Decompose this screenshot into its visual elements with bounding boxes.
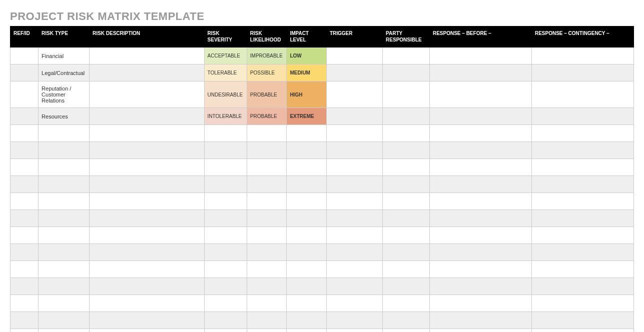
cell-impact-level[interactable] (287, 227, 327, 244)
cell-party-responsible[interactable] (383, 64, 430, 82)
cell-response-contingency[interactable] (531, 193, 633, 210)
cell-risk-likelihood[interactable] (247, 278, 287, 295)
cell-risk-likelihood[interactable]: PROBABLE (247, 108, 287, 125)
cell-refid[interactable] (11, 329, 39, 332)
cell-trigger[interactable] (326, 64, 382, 82)
cell-risk-description[interactable] (90, 176, 204, 193)
cell-impact-level[interactable] (287, 176, 327, 193)
cell-risk-severity[interactable] (204, 261, 247, 278)
cell-risk-description[interactable] (90, 193, 204, 210)
cell-party-responsible[interactable] (383, 193, 430, 210)
cell-impact-level[interactable] (287, 329, 327, 332)
cell-impact-level[interactable] (287, 295, 327, 312)
cell-risk-likelihood[interactable] (247, 193, 287, 210)
cell-risk-severity[interactable]: INTOLERABLE (204, 108, 247, 125)
cell-risk-description[interactable] (90, 82, 204, 108)
cell-risk-likelihood[interactable] (247, 244, 287, 261)
cell-risk-severity[interactable] (204, 295, 247, 312)
cell-risk-severity[interactable] (204, 244, 247, 261)
cell-trigger[interactable] (326, 261, 382, 278)
cell-party-responsible[interactable] (383, 329, 430, 332)
cell-risk-type[interactable] (39, 278, 90, 295)
cell-response-contingency[interactable] (531, 176, 633, 193)
cell-impact-level[interactable] (287, 125, 327, 142)
cell-refid[interactable] (11, 227, 39, 244)
cell-response-contingency[interactable] (531, 82, 633, 108)
cell-party-responsible[interactable] (383, 227, 430, 244)
cell-risk-description[interactable] (90, 159, 204, 176)
cell-risk-description[interactable] (90, 48, 204, 64)
cell-party-responsible[interactable] (383, 261, 430, 278)
cell-risk-likelihood[interactable]: PROBABLE (247, 82, 287, 108)
cell-risk-description[interactable] (90, 295, 204, 312)
cell-response-before[interactable] (429, 142, 531, 159)
cell-response-before[interactable] (429, 278, 531, 295)
cell-risk-likelihood[interactable] (247, 142, 287, 159)
cell-risk-description[interactable] (90, 108, 204, 125)
cell-risk-severity[interactable] (204, 329, 247, 332)
cell-refid[interactable] (11, 108, 39, 125)
cell-risk-likelihood[interactable] (247, 125, 287, 142)
cell-risk-type[interactable] (39, 125, 90, 142)
cell-party-responsible[interactable] (383, 48, 430, 64)
cell-refid[interactable] (11, 312, 39, 329)
cell-risk-type[interactable]: Legal/Contractual (39, 64, 90, 82)
cell-risk-likelihood[interactable]: POSSIBLE (247, 64, 287, 82)
cell-impact-level[interactable] (287, 278, 327, 295)
cell-response-contingency[interactable] (531, 295, 633, 312)
cell-refid[interactable] (11, 278, 39, 295)
cell-risk-type[interactable] (39, 295, 90, 312)
cell-risk-severity[interactable] (204, 227, 247, 244)
cell-impact-level[interactable] (287, 142, 327, 159)
cell-response-before[interactable] (429, 312, 531, 329)
cell-risk-description[interactable] (90, 278, 204, 295)
cell-refid[interactable] (11, 159, 39, 176)
cell-risk-type[interactable] (39, 193, 90, 210)
cell-risk-likelihood[interactable] (247, 159, 287, 176)
cell-risk-type[interactable] (39, 244, 90, 261)
cell-risk-likelihood[interactable] (247, 227, 287, 244)
cell-trigger[interactable] (326, 312, 382, 329)
cell-risk-description[interactable] (90, 210, 204, 227)
cell-risk-severity[interactable] (204, 142, 247, 159)
cell-refid[interactable] (11, 295, 39, 312)
cell-risk-type[interactable] (39, 159, 90, 176)
cell-response-before[interactable] (429, 82, 531, 108)
cell-impact-level[interactable] (287, 261, 327, 278)
cell-response-before[interactable] (429, 193, 531, 210)
cell-risk-type[interactable] (39, 312, 90, 329)
cell-risk-likelihood[interactable] (247, 261, 287, 278)
cell-risk-severity[interactable] (204, 159, 247, 176)
cell-response-contingency[interactable] (531, 159, 633, 176)
cell-risk-likelihood[interactable] (247, 312, 287, 329)
cell-impact-level[interactable]: MEDIUM (287, 64, 327, 82)
cell-risk-type[interactable] (39, 142, 90, 159)
cell-trigger[interactable] (326, 295, 382, 312)
cell-response-contingency[interactable] (531, 244, 633, 261)
cell-response-before[interactable] (429, 227, 531, 244)
cell-refid[interactable] (11, 64, 39, 82)
cell-response-contingency[interactable] (531, 125, 633, 142)
cell-risk-type[interactable] (39, 329, 90, 332)
cell-refid[interactable] (11, 82, 39, 108)
cell-risk-description[interactable] (90, 261, 204, 278)
cell-risk-severity[interactable] (204, 312, 247, 329)
cell-response-before[interactable] (429, 244, 531, 261)
cell-impact-level[interactable] (287, 210, 327, 227)
cell-response-before[interactable] (429, 295, 531, 312)
cell-trigger[interactable] (326, 48, 382, 64)
cell-risk-severity[interactable]: ACCEPTABLE (204, 48, 247, 64)
cell-impact-level[interactable] (287, 159, 327, 176)
cell-impact-level[interactable] (287, 312, 327, 329)
cell-response-contingency[interactable] (531, 278, 633, 295)
cell-risk-likelihood[interactable] (247, 176, 287, 193)
cell-party-responsible[interactable] (383, 210, 430, 227)
cell-risk-type[interactable] (39, 261, 90, 278)
cell-trigger[interactable] (326, 278, 382, 295)
cell-trigger[interactable] (326, 210, 382, 227)
cell-risk-description[interactable] (90, 312, 204, 329)
cell-response-before[interactable] (429, 329, 531, 332)
cell-risk-description[interactable] (90, 329, 204, 332)
cell-refid[interactable] (11, 193, 39, 210)
cell-response-before[interactable] (429, 64, 531, 82)
